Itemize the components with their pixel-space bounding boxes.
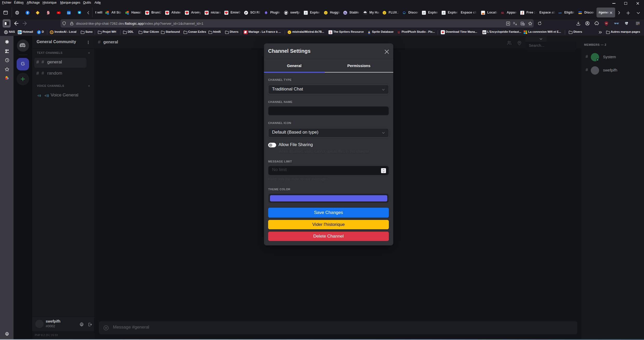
svg-text:S: S — [344, 11, 346, 14]
svg-text:U0: U0 — [605, 23, 607, 24]
svg-text:cloud: cloud — [364, 13, 367, 14]
svg-text:P: P — [245, 11, 247, 14]
svg-text:SL: SL — [501, 11, 504, 14]
svg-text:文: 文 — [513, 22, 515, 24]
svg-text:adn: adn — [559, 12, 562, 14]
svg-text:A: A — [515, 23, 517, 26]
svg-text:S: S — [329, 30, 331, 34]
svg-text:A: A — [521, 23, 523, 25]
svg-text:EF: EF — [483, 31, 486, 34]
svg-text:DSM: DSM — [67, 12, 70, 14]
